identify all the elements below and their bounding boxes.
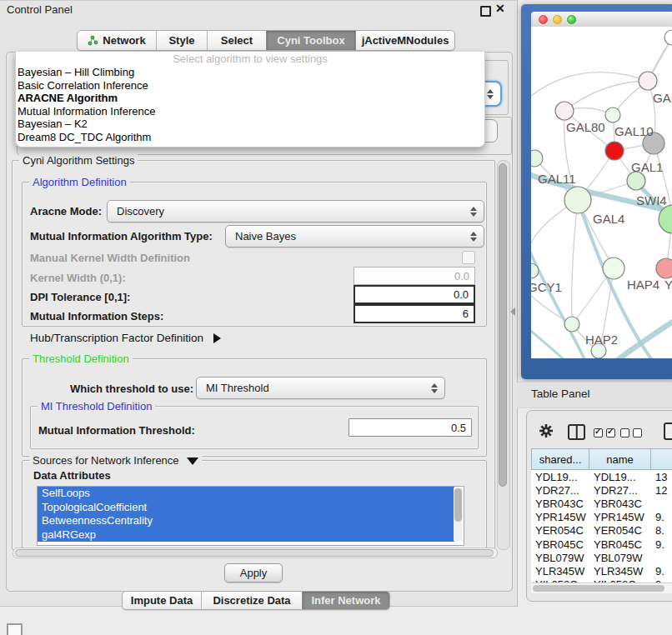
which-threshold-label: Which threshold to use:	[70, 382, 193, 395]
algorithm-option[interactable]: Bayesian – Hill Climbing	[16, 66, 484, 79]
scrollbar-thumb[interactable]	[533, 585, 664, 592]
splitter-collapse-icon[interactable]	[510, 308, 515, 316]
scrollbar-thumb[interactable]	[454, 488, 462, 522]
close-traffic-light-icon[interactable]	[539, 15, 548, 24]
zoom-traffic-light-icon[interactable]	[567, 15, 576, 24]
tab-style[interactable]: Style	[156, 31, 207, 50]
aracne-mode-combo[interactable]: Discovery	[107, 200, 484, 222]
network-canvas[interactable]: GALGAL80GAL10GAL1GAL11SWI4GAL4GCY1HAP4YH…	[531, 27, 672, 358]
network-edge[interactable]	[572, 200, 578, 322]
table-horizontal-scrollbar[interactable]	[531, 582, 672, 593]
tab-select[interactable]: Select	[207, 31, 266, 50]
dpi-tolerance-field[interactable]: 0.0	[354, 285, 475, 304]
screen: { "control_panel": { "title": "Control P…	[0, 0, 672, 635]
network-edge-highlighted[interactable]	[613, 318, 672, 358]
network-node[interactable]	[603, 258, 624, 279]
network-node[interactable]	[605, 142, 624, 160]
tab-network[interactable]: Network	[78, 31, 156, 50]
settings-horizontal-scrollbar[interactable]	[13, 548, 498, 558]
gear-icon[interactable]	[538, 422, 554, 439]
table-row[interactable]: YBR043CYBR043C	[531, 497, 672, 510]
deselect-all-columns-icon[interactable]	[620, 428, 642, 438]
network-node[interactable]	[664, 30, 672, 45]
node-label: SWI4	[636, 193, 667, 208]
network-node[interactable]	[531, 150, 543, 167]
minimized-panel-icon[interactable]	[7, 623, 23, 635]
data-attributes-label: Data Attributes	[33, 469, 111, 482]
spinner-icon	[487, 89, 493, 99]
mi-threshold-field[interactable]: 0.5	[349, 418, 472, 437]
minimize-traffic-light-icon[interactable]	[553, 15, 562, 24]
export-table-icon[interactable]	[664, 422, 672, 440]
table-row[interactable]: YBR045CYBR045C9.	[531, 538, 672, 551]
table-row[interactable]: YLR345WYLR345W9.	[531, 564, 672, 578]
attribute-list-item[interactable]: BetweennessCentrality	[38, 514, 454, 528]
chevron-down-icon[interactable]	[187, 458, 198, 465]
network-node[interactable]	[564, 187, 591, 213]
mi-steps-field[interactable]: 6	[354, 304, 475, 323]
table-cell: YBR045C	[531, 538, 589, 551]
network-edge-highlighted[interactable]	[531, 243, 586, 358]
tab-impute-data[interactable]: Impute Data	[123, 592, 201, 609]
node-label: GCY1	[531, 280, 562, 294]
select-all-columns-icon[interactable]	[594, 428, 615, 438]
network-node[interactable]	[656, 258, 672, 278]
attribute-list-item[interactable]: SelfLoops	[38, 487, 454, 501]
table-cell: YBR045C	[589, 538, 651, 551]
table-row[interactable]: YER054CYER054C8.	[531, 524, 672, 538]
network-edge-highlighted[interactable]	[531, 327, 568, 358]
node-label: GAL1	[631, 160, 663, 174]
node-label: GAL80	[566, 120, 605, 134]
network-node[interactable]	[605, 108, 620, 122]
table-row[interactable]: YPR145WYPR145W9.	[531, 511, 672, 524]
column-header[interactable]: name	[589, 448, 651, 470]
list-scrollbar[interactable]	[454, 488, 463, 541]
node-label: GAL10	[614, 124, 654, 138]
network-edge[interactable]	[564, 81, 648, 111]
hub-expander[interactable]: Hub/Transcription Factor Definition	[30, 332, 221, 344]
scrollbar-thumb[interactable]	[15, 549, 494, 557]
network-node[interactable]	[564, 317, 579, 332]
attribute-list-item[interactable]: TopologicalCoefficient	[38, 501, 454, 515]
network-node[interactable]	[555, 102, 574, 120]
spinner-icon	[470, 207, 476, 217]
algorithm-option[interactable]: Basic Correlation Inference	[16, 79, 484, 92]
data-attributes-list[interactable]: SelfLoopsTopologicalCoefficientBetweenne…	[37, 486, 464, 546]
mi-type-combo[interactable]: Naive Bayes	[225, 225, 484, 248]
manual-kernel-checkbox[interactable]	[462, 251, 475, 264]
mi-steps-label: Mutual Information Steps:	[30, 310, 163, 322]
table-body: YDL19...YDL19...13YDR27...YDR27...12YBR0…	[531, 470, 672, 582]
table-cell: YDL19...	[531, 471, 589, 483]
table-row[interactable]: YBL079WYBL079W	[531, 551, 672, 564]
which-threshold-combo[interactable]: MI Threshold	[196, 377, 445, 399]
column-header[interactable]: shared...	[531, 448, 589, 470]
tab-discretize-data[interactable]: Discretize Data	[201, 592, 302, 609]
group-title: MI Threshold Definition	[38, 400, 155, 412]
columns-icon[interactable]	[568, 424, 585, 440]
float-window-icon[interactable]	[480, 6, 491, 17]
attribute-list-item[interactable]: gal4RGexp	[38, 528, 454, 542]
algorithm-option[interactable]: Mutual Information Inference	[16, 105, 484, 118]
table-row[interactable]: YDL19...YDL19...13	[531, 470, 672, 483]
algorithm-option[interactable]: Dream8 DC_TDC Algorithm	[16, 131, 484, 144]
close-icon[interactable]: ✕	[495, 2, 505, 15]
apply-button[interactable]: Apply	[224, 563, 283, 582]
node-label: HAP2	[585, 332, 618, 347]
tab-infer-network[interactable]: Infer Network	[302, 592, 389, 609]
tab-jactivemnodules[interactable]: jActiveMNodules	[355, 31, 454, 50]
table-cell: 9.	[651, 511, 672, 523]
table-row[interactable]: YDR27...YDR27...12	[531, 483, 672, 497]
algorithm-option[interactable]: Bayesian – K2	[16, 118, 484, 131]
node-label: GAL4	[593, 212, 624, 226]
network-node[interactable]	[639, 72, 657, 90]
algorithm-option[interactable]: ARACNE Algorithm	[16, 92, 484, 105]
column-header[interactable]	[651, 448, 672, 470]
network-window-titlebar[interactable]	[531, 12, 672, 28]
tab-cyni-toolbox[interactable]: Cyni Toolbox	[266, 31, 355, 50]
table-cell: 12	[651, 484, 672, 497]
network-node[interactable]	[627, 172, 645, 190]
kernel-width-field[interactable]: 0.0	[354, 267, 475, 285]
scrollbar-thumb[interactable]	[499, 163, 507, 487]
algorithm-option-list: Bayesian – Hill ClimbingBasic Correlatio…	[16, 66, 484, 144]
settings-vertical-scrollbar[interactable]	[497, 160, 510, 550]
